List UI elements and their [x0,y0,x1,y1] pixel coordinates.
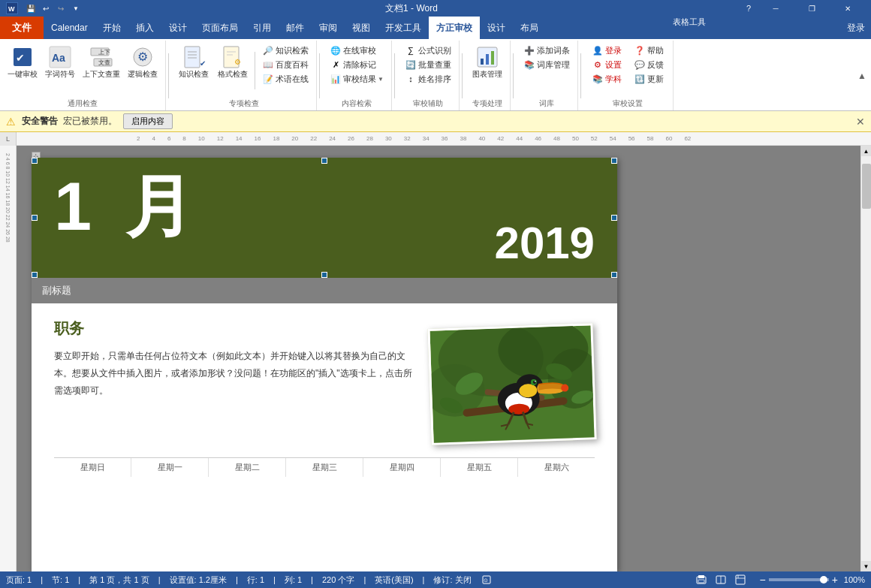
btn-knowledge-search[interactable]: 🔎 知识检索 [259,44,312,57]
resize-handle-tc[interactable] [321,158,327,164]
menu-table-design[interactable]: 设计 [480,17,513,39]
divider-6 [580,53,581,98]
feedback-icon: 💬 [634,59,646,71]
btn-proofread-result-label: 审校结果 [343,74,376,85]
btn-baidu-wiki[interactable]: 📖 百度百科 [259,58,312,71]
menu-proofread[interactable]: 方正审校 [429,17,480,39]
dict-manage-icon: 📚 [523,59,535,71]
page-canvas[interactable]: ⊹ 1 月 2019 副标题 职务 [17,146,860,571]
menu-view[interactable]: 视图 [345,17,378,39]
btn-term-online[interactable]: 📝 术语在线 [259,72,312,86]
menu-ref[interactable]: 引用 [246,17,279,39]
btn-knowledge-check[interactable]: ✔ 知识检查 [176,44,212,81]
security-close-btn[interactable]: ✕ [856,116,865,128]
menu-table-layout[interactable]: 布局 [513,17,546,39]
menu-dev[interactable]: 开发工具 [378,17,429,39]
menu-review[interactable]: 审阅 [312,17,345,39]
security-message: 宏已被禁用。 [63,116,117,126]
cal-duty-title: 职务 [54,318,414,339]
scroll-track[interactable] [861,156,871,561]
menu-file[interactable]: 文件 [0,17,44,39]
btn-login-ribbon[interactable]: 👤 登录 [589,44,625,57]
menu-start[interactable]: 开始 [95,17,128,39]
view-btn-read[interactable] [714,573,728,586]
weekday-thu: 星期四 [363,458,441,477]
divider-3 [394,53,395,98]
ruler-mark: 12 [217,135,224,142]
btn-word-symbol[interactable]: Aa 字词符号 [42,44,78,81]
btn-online-proofread[interactable]: 🌐 在线审校 [327,44,387,57]
btn-name-sort[interactable]: ↕ 姓名排序 [402,72,454,86]
menu-insert[interactable]: 插入 [128,17,161,39]
btn-formula-id[interactable]: ∑ 公式识别 [402,44,454,57]
login-btn[interactable]: 登录 [847,22,865,35]
svg-text:✔: ✔ [16,52,25,64]
btn-format-check[interactable]: ⚙ 格式检查 [215,44,251,81]
svg-rect-58 [736,575,745,584]
content-search-btns: 🌐 在线审校 ✗ 清除标记 📊 审校结果 ▼ [327,44,387,86]
btn-context-dup[interactable]: 上下文查 上下文查重 [80,44,123,81]
cal-body: 职务 要立即开始，只需单击任何占位符文本（例如此文本）并开始键入以将其替换为自己… [32,303,617,457]
minimize-btn[interactable]: ─ [758,0,793,17]
btn-knowledge-check-label: 知识检查 [179,69,209,80]
svg-rect-24 [491,51,494,65]
more-quick-btn[interactable]: ▼ [69,2,83,15]
settings-right-btns: ❓ 帮助 💬 反馈 🔃 更新 [631,44,667,86]
btn-word-symbol-label: 字词符号 [45,69,75,80]
btn-add-word[interactable]: ➕ 添加词条 [520,44,573,57]
zoom-slider[interactable] [769,578,829,581]
ruler-mark: 60 [665,135,672,142]
close-btn[interactable]: ✕ [830,0,865,17]
ribbon-group-chart: 图表管理 专项处理 [465,41,511,110]
ruler-mark: 14 [236,135,243,142]
resize-handle-ml[interactable] [32,215,38,221]
ribbon-collapse-btn[interactable]: ▲ [857,71,866,81]
undo-btn[interactable]: ↩ [39,2,53,15]
btn-proofread-result[interactable]: 📊 审校结果 ▼ [327,72,387,86]
ruler-mark: 34 [423,135,429,142]
menu-calendar[interactable]: Calendar [44,17,95,39]
cal-body-text[interactable]: 要立即开始，只需单击任何占位符文本（例如此文本）并开始键入以将其替换为自己的文本… [54,348,414,399]
view-btn-web[interactable] [734,573,747,586]
resize-handle-bl[interactable] [32,272,38,278]
menu-layout[interactable]: 页面布局 [194,17,246,39]
btn-clear-mark[interactable]: ✗ 清除标记 [327,58,387,71]
zoom-minus-btn[interactable]: − [759,574,765,585]
restore-btn[interactable]: ❐ [794,0,829,17]
scroll-down-btn[interactable]: ▼ [861,561,872,571]
enable-content-btn[interactable]: 启用内容 [123,113,173,129]
resize-handle-tr[interactable] [611,158,617,164]
btn-settings-ribbon[interactable]: ⚙ 设置 [589,58,625,71]
ruler-mark: 22 [310,135,317,142]
btn-help-ribbon[interactable]: ❓ 帮助 [631,44,667,57]
redo-btn[interactable]: ↪ [54,2,68,15]
btn-batch-dup[interactable]: 🔄 批量查重 [402,58,454,71]
help-icon-btn[interactable]: ? [740,0,757,17]
btn-feedback[interactable]: 💬 反馈 [631,58,667,71]
save-quick-btn[interactable]: 💾 [24,2,38,15]
group-label-special: 专项检查 [229,98,259,110]
track-icon: ⊙ [482,575,491,584]
btn-update[interactable]: 🔃 更新 [631,72,667,86]
btn-subject[interactable]: 📚 学科 [589,72,625,86]
menu-design[interactable]: 设计 [161,17,194,39]
svg-text:Aa: Aa [52,52,65,64]
resize-handle-tl[interactable] [32,158,38,164]
btn-dict-manage[interactable]: 📚 词库管理 [520,58,573,71]
btn-chart-manage[interactable]: 图表管理 [469,44,505,81]
menu-mail[interactable]: 邮件 [279,17,312,39]
scroll-up-btn[interactable]: ▲ [861,146,872,156]
scroll-thumb[interactable] [862,164,871,209]
ruler-corner[interactable]: L [0,132,17,146]
view-btn-print[interactable] [695,573,708,586]
resize-handle-br[interactable] [611,272,617,278]
ruler-mark: 54 [610,135,616,142]
btn-logic-check[interactable]: ⚙ 逻辑检查 [125,44,161,81]
btn-one-check[interactable]: ✔ 一键审校 [5,44,41,81]
zoom-plus-btn[interactable]: + [832,574,838,585]
resize-handle-bc[interactable] [321,272,327,278]
resize-handle-mr[interactable] [611,215,617,221]
menu-bar: 文件 Calendar 开始 插入 设计 页面布局 引用 邮件 审阅 视图 开发… [0,17,871,39]
vertical-scrollbar[interactable]: ▲ ▼ [860,146,871,571]
cal-weekrow: 星期日 星期一 星期二 星期三 星期四 星期五 星期六 [54,457,595,477]
